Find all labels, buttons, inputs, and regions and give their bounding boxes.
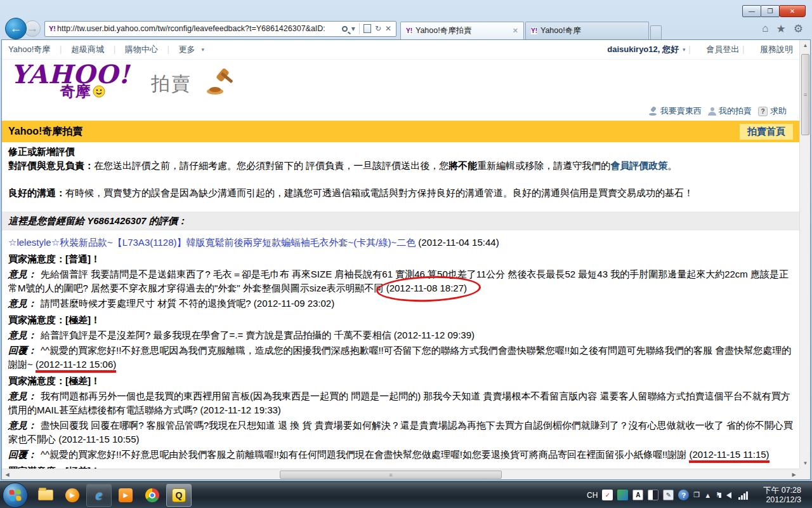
smiley-icon (93, 85, 105, 98)
search-icon[interactable] (342, 26, 348, 32)
tab-yahoo-home[interactable]: Y! Yahoo!奇摩 (525, 22, 649, 39)
feedback-header-strip: 這裡是您曾經留給 Y6861426307 的評價： (2, 211, 799, 231)
reply-label: 回覆： (8, 345, 37, 356)
sell-gavel-icon (648, 107, 658, 116)
responsibility-paragraph: 對評價與意見負責：在您送出評價之前，請仔細考慮。您必須對留下的 評價負責，一旦該… (8, 159, 793, 173)
comment-date-circled: (2012-11-08 18:27) (386, 283, 467, 293)
kimo-logo-text: 奇摩 (60, 81, 91, 102)
buyer-satisfaction-rating: 買家滿意度：[普通]！ (8, 252, 793, 266)
reply-label: 回覆： (8, 449, 37, 460)
ime-tray-icon[interactable] (617, 490, 628, 500)
paragraph-text: 。 (667, 160, 677, 171)
comment-text: 請問甚麼時候才要處理尺寸 材質 不符的退換貨呢? (41, 298, 251, 309)
rating-suffix: ！ (91, 253, 100, 264)
clock-date: 2012/12/3 (753, 495, 801, 505)
site-favicon: Y! (48, 25, 57, 32)
tab-favicon: Y! (531, 27, 537, 34)
maximize-button[interactable]: ❐ (761, 5, 780, 17)
favorites-icon[interactable]: ★ (776, 22, 786, 36)
comment-date: (2012-11-12 19:33) (200, 404, 281, 415)
service-help-link[interactable]: 服務說明 (760, 44, 793, 55)
rating-value: [極差] (65, 314, 91, 325)
item-title-line: ☆lelestyle☆秋裝新品款~【L73A3(1128)】韓版寬鬆前後兩穿短款… (8, 236, 793, 250)
member-rating-policy-link[interactable]: 會員評價政策 (610, 160, 667, 171)
rating-value: [普通] (65, 253, 91, 264)
url-text[interactable]: http://tw.user.bid.yahoo.com/tw/rconfig/… (57, 24, 340, 33)
masthead: YAHOO! 奇摩 拍賣 (2, 60, 799, 121)
taskbar-chrome[interactable] (140, 484, 165, 507)
close-button[interactable]: ✕ (779, 5, 806, 17)
volume-icon[interactable] (726, 492, 731, 498)
horizontal-scrollbar[interactable]: ◀ ▶ (2, 469, 799, 479)
taskbar-pps[interactable]: ▶ (113, 484, 138, 507)
my-auctions-link[interactable]: 我的拍賣 (719, 105, 752, 117)
nav-shopping-center[interactable]: 購物中心 (125, 44, 158, 55)
comment-text: 給普評負評是不是沒差阿? 最多我現在學會了=.= 賣方說是實品拍攝的 千萬不要相… (41, 330, 391, 340)
notes-tray-icon[interactable]: ✓ (602, 490, 613, 500)
feedback-comment: 意見：盡快回覆我 回覆在哪啊? 客服管品管嗎?我現在只想知道 退 換 貨 貴賣場… (8, 418, 793, 446)
strip-text: 這裡是您曾經留給 (8, 215, 87, 226)
new-tab-button[interactable] (650, 25, 662, 39)
chevron-down-icon[interactable]: ▾ (201, 46, 204, 53)
tab-yahoo-auction[interactable]: Y! Yahoo!奇摩拍賣 ✕ (400, 22, 524, 39)
comment-date: (2012-11-15 10:55) (58, 434, 139, 444)
ime-letter-icon[interactable]: A (632, 490, 643, 500)
scroll-left-icon[interactable]: ◀ (2, 469, 13, 480)
stop-icon[interactable]: ✕ (385, 24, 391, 33)
start-button[interactable] (3, 483, 28, 508)
sell-item-link[interactable]: 我要賣東西 (660, 105, 702, 117)
horizontal-scroll-thumb[interactable] (280, 471, 502, 479)
comment-label: 意見： (8, 330, 37, 340)
ime-width-icon[interactable] (648, 490, 658, 500)
language-indicator[interactable]: CH (587, 491, 598, 500)
logout-link[interactable]: 會員登出 (706, 44, 739, 55)
yahoo-logo[interactable]: YAHOO! 奇摩 (11, 62, 130, 102)
page-title: 修正或新增評價 (8, 145, 793, 159)
auction-home-button[interactable]: 拍賣首頁 (740, 124, 793, 140)
paragraph-text: 有時候，買賣雙方的誤會是因為缺少溝通而引起的，建議您可透過信箱或電話與對方保持良… (65, 187, 693, 198)
address-bar[interactable]: Y! http://tw.user.bid.yahoo.com/tw/rconf… (44, 21, 396, 37)
rating-suffix: ！ (91, 314, 100, 325)
auction-gavel-icon (205, 69, 238, 97)
show-hidden-icons[interactable]: ▲ (704, 491, 711, 499)
scroll-up-icon[interactable]: ▲ (800, 40, 811, 51)
divider: ｜ (739, 44, 747, 55)
paragraph-label: 對評價與意見負責： (8, 160, 94, 171)
paragraph-text: 在您送出評價之前，請仔細考慮。您必須對留下的 評價負責，一旦該評價送出後，您 (94, 160, 449, 171)
vertical-scrollbar[interactable]: ▲ ▼ (799, 40, 810, 469)
item-title-link[interactable]: ☆lelestyle☆秋裝新品款~【L73A3(1128)】韓版寬鬆前後兩穿短款… (8, 237, 416, 248)
scroll-right-icon[interactable]: ▶ (789, 469, 799, 480)
nav-more[interactable]: 更多 (178, 44, 195, 55)
clock-time: 下午 07:28 (753, 486, 801, 495)
help-link[interactable]: 求助 (770, 105, 787, 117)
compatibility-view-icon[interactable] (363, 24, 371, 33)
home-icon[interactable]: ⌂ (762, 22, 768, 35)
tools-gear-icon[interactable]: ⚙ (794, 22, 803, 36)
close-tab-icon[interactable]: ✕ (513, 27, 518, 35)
taskbar-capture-tool[interactable]: Q (166, 484, 192, 507)
feedback-content: 修正或新增評價 對評價與意見負責：在您送出評價之前，請仔細考慮。您必須對留下的 … (2, 142, 799, 469)
refresh-icon[interactable]: ↻ (375, 24, 381, 33)
username-label[interactable]: daisukiryo12, 您好 (607, 44, 679, 55)
taskbar-media-player[interactable]: ▶ (60, 484, 85, 507)
nav-yahoo-kimo[interactable]: Yahoo!奇摩 (8, 44, 50, 55)
ime-help-icon[interactable]: ? (678, 490, 689, 500)
window-titlebar: — ❐ ✕ (0, 0, 812, 19)
address-dropdown-icon[interactable]: ▾ (351, 24, 355, 33)
comment-label: 意見： (8, 420, 37, 431)
tab-label: Yahoo!奇摩拍賣 (416, 25, 472, 36)
nav-supermall[interactable]: 超級商城 (71, 44, 104, 55)
restore-window-icon[interactable]: ❐ (693, 491, 700, 499)
taskbar-internet-explorer[interactable]: e (86, 484, 112, 507)
vertical-scroll-thumb[interactable] (801, 54, 809, 135)
network-icon[interactable] (738, 491, 749, 500)
minimize-button[interactable]: — (742, 5, 761, 17)
taskbar-clock[interactable]: 下午 07:28 2012/12/3 (753, 486, 808, 505)
divider: ｜ (56, 44, 65, 55)
back-button[interactable]: ← (5, 18, 27, 39)
scroll-down-icon[interactable]: ▼ (800, 458, 811, 469)
taskbar-explorer[interactable] (33, 484, 58, 507)
buyer-satisfaction-rating: 買家滿意度：[極差]！ (8, 464, 793, 469)
ime-pen-icon[interactable]: ✎ (663, 490, 674, 500)
seller-reply: 回覆：^^親愛的買家您好!!不好意思呢由於我們客服之前離職喔!!如有任何問題我們… (8, 448, 793, 462)
